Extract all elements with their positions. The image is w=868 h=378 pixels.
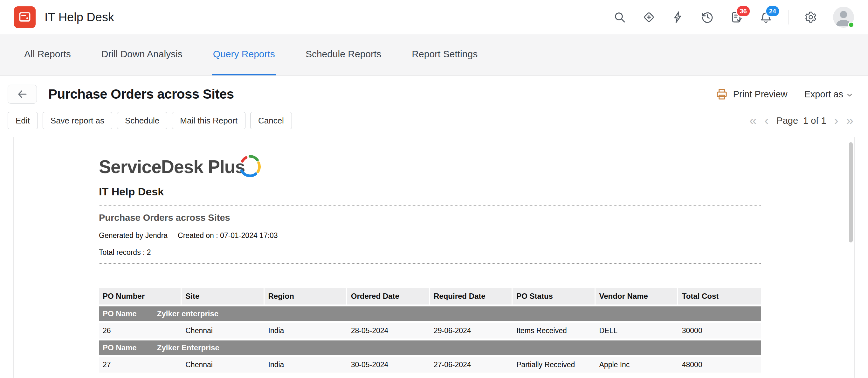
approvals-badge: 36 xyxy=(736,5,751,17)
app-title: IT Help Desk xyxy=(44,10,114,24)
pagination: « ‹ Page 1 of 1 › » xyxy=(749,114,854,127)
page-header: Purchase Orders across Sites Print Previ… xyxy=(0,76,868,104)
scrollbar-thumb[interactable] xyxy=(849,142,853,242)
table-cell: Chennai xyxy=(182,357,264,373)
group-row: PO NameZylker Enterprise xyxy=(99,341,761,355)
app-logo-icon[interactable] xyxy=(14,6,36,28)
mail-this-report-button[interactable]: Mail this Report xyxy=(172,112,245,129)
table-cell: Partially Received xyxy=(513,357,595,373)
export-as-button[interactable]: Export as xyxy=(804,89,854,99)
table-cell: 30000 xyxy=(678,323,761,339)
next-page-button[interactable]: › xyxy=(834,114,838,127)
report-title: Purchase Orders across Sites xyxy=(99,212,761,223)
tab-schedule-reports[interactable]: Schedule Reports xyxy=(304,34,382,76)
table-cell: DELL xyxy=(595,323,678,339)
table-cell: India xyxy=(265,357,347,373)
created-on: Created on : 07-01-2024 17:03 xyxy=(178,231,278,240)
report-table: PO NumberSiteRegionOrdered DateRequired … xyxy=(99,286,761,375)
quick-actions-icon[interactable] xyxy=(671,10,685,24)
column-header-ordered-date: Ordered Date xyxy=(347,288,430,304)
table-cell: 26 xyxy=(99,323,182,339)
user-avatar[interactable] xyxy=(833,7,854,28)
column-header-required-date: Required Date xyxy=(430,288,513,304)
tab-drill-down-analysis[interactable]: Drill Down Analysis xyxy=(100,34,184,76)
group-value: Zylker enterprise xyxy=(157,309,218,318)
table-cell: Apple Inc xyxy=(595,357,678,373)
dotted-divider xyxy=(99,263,761,264)
last-page-button[interactable]: » xyxy=(846,114,854,127)
search-icon[interactable] xyxy=(613,10,627,24)
header-actions: 36 24 xyxy=(613,7,854,28)
table-cell: 27-06-2024 xyxy=(430,357,513,373)
notifications-icon[interactable]: 24 xyxy=(759,10,773,24)
whats-new-icon[interactable] xyxy=(642,10,656,24)
page-count: 1 of 1 xyxy=(803,116,826,126)
brand-area: IT Help Desk xyxy=(14,6,114,28)
table-row: 27ChennaiIndia30-05-202427-06-2024Partia… xyxy=(99,357,761,373)
top-header: IT Help Desk xyxy=(0,0,868,34)
schedule-button[interactable]: Schedule xyxy=(117,112,167,129)
report-org-title: IT Help Desk xyxy=(99,185,761,198)
tab-report-settings[interactable]: Report Settings xyxy=(410,34,479,76)
export-as-label: Export as xyxy=(804,89,843,99)
table-cell: India xyxy=(265,323,347,339)
app-window: IT Help Desk xyxy=(0,0,868,378)
total-records: Total records : 2 xyxy=(99,248,761,257)
table-cell: 48000 xyxy=(678,357,761,373)
page-title: Purchase Orders across Sites xyxy=(48,87,234,102)
action-buttons: EditSave report asScheduleMail this Repo… xyxy=(8,112,292,129)
column-header-po-status: PO Status xyxy=(513,288,595,304)
report-content: ServiceDesk Plus IT Help Desk Purchase O… xyxy=(14,137,761,375)
history-icon[interactable] xyxy=(701,10,714,24)
approvals-icon[interactable]: 36 xyxy=(730,10,744,24)
edit-button[interactable]: Edit xyxy=(8,112,38,129)
tab-all-reports[interactable]: All Reports xyxy=(23,34,72,76)
table-cell: 27 xyxy=(99,357,182,373)
group-label: PO Name xyxy=(103,309,137,318)
printer-icon xyxy=(715,88,728,100)
column-header-total-cost: Total Cost xyxy=(678,288,761,304)
report-meta: Generated by Jendra Created on : 07-01-2… xyxy=(99,231,761,240)
generated-by: Generated by Jendra xyxy=(99,231,167,240)
table-cell: Items Received xyxy=(513,323,595,339)
dotted-divider xyxy=(99,205,761,206)
brand-text: ServiceDesk Plus xyxy=(99,156,245,177)
column-header-site: Site xyxy=(182,288,264,304)
report-toolbar: EditSave report asScheduleMail this Repo… xyxy=(0,104,868,129)
report-tabs: All ReportsDrill Down AnalysisQuery Repo… xyxy=(0,34,868,76)
report-preview-card: ServiceDesk Plus IT Help Desk Purchase O… xyxy=(13,137,855,378)
column-header-po-number: PO Number xyxy=(99,288,182,304)
first-page-button[interactable]: « xyxy=(749,114,757,127)
online-status-dot xyxy=(848,22,854,28)
column-header-vendor-name: Vendor Name xyxy=(595,288,678,304)
page-label: Page xyxy=(776,116,798,126)
save-report-as-button[interactable]: Save report as xyxy=(42,112,112,129)
back-button[interactable] xyxy=(8,85,37,104)
notifications-badge: 24 xyxy=(765,5,780,17)
settings-icon[interactable] xyxy=(804,10,818,24)
prev-page-button[interactable]: ‹ xyxy=(764,114,769,127)
page-indicator: Page 1 of 1 xyxy=(776,116,826,126)
table-row: 26ChennaiIndia28-05-202429-06-2024Items … xyxy=(99,323,761,339)
print-preview-button[interactable]: Print Preview xyxy=(733,89,787,99)
tab-query-reports[interactable]: Query Reports xyxy=(212,34,276,76)
header-divider xyxy=(788,10,788,25)
table-header-row: PO NumberSiteRegionOrdered DateRequired … xyxy=(99,288,761,304)
cancel-button[interactable]: Cancel xyxy=(250,112,292,129)
table-cell: 28-05-2024 xyxy=(347,323,430,339)
group-row: PO NameZylker enterprise xyxy=(99,307,761,321)
table-cell: 29-06-2024 xyxy=(430,323,513,339)
servicedesk-plus-logo: ServiceDesk Plus xyxy=(99,150,761,177)
chevron-down-icon xyxy=(846,91,854,99)
brand-swirl-icon xyxy=(238,154,262,178)
page-head-actions: Print Preview Export as xyxy=(715,88,854,100)
table-cell: Chennai xyxy=(182,323,264,339)
group-label: PO Name xyxy=(103,343,137,352)
group-value: Zylker Enterprise xyxy=(157,343,219,352)
table-cell: 30-05-2024 xyxy=(347,357,430,373)
column-header-region: Region xyxy=(265,288,347,304)
head-divider xyxy=(796,88,796,100)
